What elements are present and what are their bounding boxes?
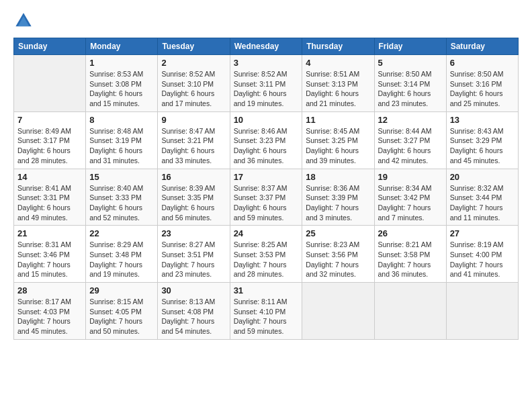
day-number: 1 [89,58,154,68]
day-info: Sunrise: 8:52 AMSunset: 3:11 PMDaylight:… [234,69,299,109]
calendar-cell: 19Sunrise: 8:34 AMSunset: 3:42 PMDayligh… [374,169,446,226]
day-number: 27 [450,228,515,238]
day-info: Sunrise: 8:47 AMSunset: 3:21 PMDaylight:… [161,126,226,166]
day-number: 24 [234,228,299,238]
day-number: 7 [17,115,82,125]
calendar-cell: 2Sunrise: 8:52 AMSunset: 3:10 PMDaylight… [158,55,230,112]
day-number: 30 [161,285,226,295]
day-info: Sunrise: 8:46 AMSunset: 3:23 PMDaylight:… [234,126,299,166]
day-info: Sunrise: 8:13 AMSunset: 4:08 PMDaylight:… [161,297,226,336]
day-number: 3 [234,58,299,68]
week-row-2: 7Sunrise: 8:49 AMSunset: 3:17 PMDaylight… [14,111,519,169]
day-info: Sunrise: 8:19 AMSunset: 4:00 PMDaylight:… [450,240,515,279]
day-number: 15 [89,172,154,182]
calendar-cell [446,283,518,340]
day-number: 28 [17,285,82,295]
calendar-cell: 24Sunrise: 8:25 AMSunset: 3:53 PMDayligh… [230,226,302,283]
day-number: 25 [306,228,370,238]
weekday-header-monday: Monday [86,38,158,55]
day-info: Sunrise: 8:41 AMSunset: 3:31 PMDaylight:… [17,183,82,223]
day-info: Sunrise: 8:52 AMSunset: 3:10 PMDaylight:… [161,69,226,109]
weekday-header-saturday: Saturday [446,38,518,55]
calendar-cell: 22Sunrise: 8:29 AMSunset: 3:48 PMDayligh… [86,226,158,283]
calendar-cell: 12Sunrise: 8:44 AMSunset: 3:27 PMDayligh… [374,111,446,169]
day-number: 6 [450,58,515,68]
day-info: Sunrise: 8:11 AMSunset: 4:10 PMDaylight:… [234,297,299,336]
day-number: 13 [450,115,515,125]
calendar-cell: 14Sunrise: 8:41 AMSunset: 3:31 PMDayligh… [14,169,86,226]
weekday-header-friday: Friday [374,38,446,55]
day-number: 11 [306,115,370,125]
calendar-cell: 13Sunrise: 8:43 AMSunset: 3:29 PMDayligh… [446,111,518,169]
weekday-header-wednesday: Wednesday [230,38,302,55]
weekday-header-row: SundayMondayTuesdayWednesdayThursdayFrid… [14,38,519,55]
logo-icon [13,11,34,31]
day-number: 20 [450,172,515,182]
calendar-cell: 6Sunrise: 8:50 AMSunset: 3:16 PMDaylight… [446,55,518,112]
calendar-cell: 27Sunrise: 8:19 AMSunset: 4:00 PMDayligh… [446,226,518,283]
day-number: 21 [17,228,82,238]
day-info: Sunrise: 8:40 AMSunset: 3:33 PMDaylight:… [89,183,154,223]
calendar-cell [302,283,374,340]
day-info: Sunrise: 8:34 AMSunset: 3:42 PMDaylight:… [378,183,443,223]
weekday-header-thursday: Thursday [302,38,374,55]
day-number: 5 [378,58,443,68]
calendar-cell: 1Sunrise: 8:53 AMSunset: 3:08 PMDaylight… [86,55,158,112]
day-number: 18 [306,172,370,182]
calendar-cell: 20Sunrise: 8:32 AMSunset: 3:44 PMDayligh… [446,169,518,226]
calendar-cell: 31Sunrise: 8:11 AMSunset: 4:10 PMDayligh… [230,283,302,340]
day-info: Sunrise: 8:39 AMSunset: 3:35 PMDaylight:… [161,183,226,223]
day-info: Sunrise: 8:53 AMSunset: 3:08 PMDaylight:… [89,69,154,109]
day-info: Sunrise: 8:23 AMSunset: 3:56 PMDaylight:… [306,240,370,279]
calendar-cell: 8Sunrise: 8:48 AMSunset: 3:19 PMDaylight… [86,111,158,169]
calendar-cell: 26Sunrise: 8:21 AMSunset: 3:58 PMDayligh… [374,226,446,283]
calendar-cell: 7Sunrise: 8:49 AMSunset: 3:17 PMDaylight… [14,111,86,169]
day-info: Sunrise: 8:49 AMSunset: 3:17 PMDaylight:… [17,126,82,166]
calendar-cell: 11Sunrise: 8:45 AMSunset: 3:25 PMDayligh… [302,111,374,169]
day-info: Sunrise: 8:43 AMSunset: 3:29 PMDaylight:… [450,126,515,166]
week-row-1: 1Sunrise: 8:53 AMSunset: 3:08 PMDaylight… [14,55,519,112]
calendar-cell: 15Sunrise: 8:40 AMSunset: 3:33 PMDayligh… [86,169,158,226]
day-info: Sunrise: 8:25 AMSunset: 3:53 PMDaylight:… [234,240,299,279]
calendar-cell: 29Sunrise: 8:15 AMSunset: 4:05 PMDayligh… [86,283,158,340]
day-number: 26 [378,228,443,238]
day-number: 31 [234,285,299,295]
week-row-4: 21Sunrise: 8:31 AMSunset: 3:46 PMDayligh… [14,226,519,283]
day-info: Sunrise: 8:21 AMSunset: 3:58 PMDaylight:… [378,240,443,279]
day-info: Sunrise: 8:48 AMSunset: 3:19 PMDaylight:… [89,126,154,166]
header [13,11,519,31]
calendar-table: SundayMondayTuesdayWednesdayThursdayFrid… [13,38,519,340]
calendar-cell: 25Sunrise: 8:23 AMSunset: 3:56 PMDayligh… [302,226,374,283]
day-info: Sunrise: 8:29 AMSunset: 3:48 PMDaylight:… [89,240,154,279]
day-info: Sunrise: 8:44 AMSunset: 3:27 PMDaylight:… [378,126,443,166]
day-number: 8 [89,115,154,125]
calendar-cell: 16Sunrise: 8:39 AMSunset: 3:35 PMDayligh… [158,169,230,226]
page: SundayMondayTuesdayWednesdayThursdayFrid… [0,0,532,347]
calendar-cell: 10Sunrise: 8:46 AMSunset: 3:23 PMDayligh… [230,111,302,169]
day-number: 16 [161,172,226,182]
day-number: 14 [17,172,82,182]
day-info: Sunrise: 8:37 AMSunset: 3:37 PMDaylight:… [234,183,299,223]
calendar-cell: 21Sunrise: 8:31 AMSunset: 3:46 PMDayligh… [14,226,86,283]
weekday-header-sunday: Sunday [14,38,86,55]
day-info: Sunrise: 8:50 AMSunset: 3:14 PMDaylight:… [378,69,443,109]
calendar-cell: 17Sunrise: 8:37 AMSunset: 3:37 PMDayligh… [230,169,302,226]
day-number: 17 [234,172,299,182]
day-info: Sunrise: 8:36 AMSunset: 3:39 PMDaylight:… [306,183,370,223]
day-number: 4 [306,58,370,68]
calendar-cell: 23Sunrise: 8:27 AMSunset: 3:51 PMDayligh… [158,226,230,283]
day-info: Sunrise: 8:32 AMSunset: 3:44 PMDaylight:… [450,183,515,223]
week-row-3: 14Sunrise: 8:41 AMSunset: 3:31 PMDayligh… [14,169,519,226]
calendar-cell: 5Sunrise: 8:50 AMSunset: 3:14 PMDaylight… [374,55,446,112]
day-number: 22 [89,228,154,238]
day-info: Sunrise: 8:50 AMSunset: 3:16 PMDaylight:… [450,69,515,109]
weekday-header-tuesday: Tuesday [158,38,230,55]
calendar-cell: 18Sunrise: 8:36 AMSunset: 3:39 PMDayligh… [302,169,374,226]
calendar-cell: 30Sunrise: 8:13 AMSunset: 4:08 PMDayligh… [158,283,230,340]
day-info: Sunrise: 8:31 AMSunset: 3:46 PMDaylight:… [17,240,82,279]
logo [13,11,36,31]
calendar-cell: 9Sunrise: 8:47 AMSunset: 3:21 PMDaylight… [158,111,230,169]
day-info: Sunrise: 8:45 AMSunset: 3:25 PMDaylight:… [306,126,370,166]
calendar-cell: 3Sunrise: 8:52 AMSunset: 3:11 PMDaylight… [230,55,302,112]
calendar-cell [14,55,86,112]
